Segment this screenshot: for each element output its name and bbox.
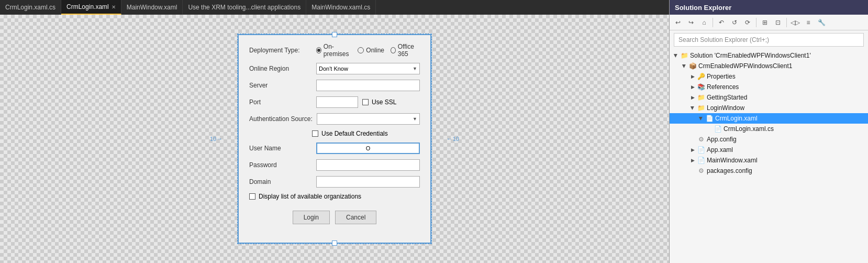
project-label: CrmEnabledWPFWindowsClient1 <box>698 62 792 70</box>
getting-started-icon: 📁 <box>697 93 705 102</box>
server-input[interactable] <box>316 80 420 91</box>
resize-handle-bottom2[interactable] <box>332 240 337 246</box>
tree-properties[interactable]: ▶ 🔑 Properties <box>670 71 868 82</box>
toolbar-forward-btn[interactable]: ↪ <box>685 17 697 28</box>
toolbar-sep1 <box>713 18 713 27</box>
tab-bar: CrmLogin.xaml.cs CrmLogin.xaml ✕ MainWin… <box>0 0 669 15</box>
username-label: User Name <box>249 145 312 152</box>
domain-input[interactable] <box>316 176 420 188</box>
radio-office365[interactable]: Office 365 <box>391 43 420 58</box>
tree-packages-config[interactable]: ▶ ⚙ packages.config <box>670 166 868 176</box>
crm-login-xaml-arrow: ▶ <box>697 114 705 123</box>
tab-xrm-tooling[interactable]: Use the XRM tooling...client application… <box>183 0 306 15</box>
project-icon: 📦 <box>688 62 697 70</box>
online-region-select[interactable]: Don't Know ▼ <box>316 63 420 74</box>
project-arrow: ▶ <box>680 62 688 70</box>
radio-circle-on-premises <box>316 47 321 53</box>
tree-references[interactable]: ▶ 📚 References <box>670 82 868 92</box>
references-arrow: ▶ <box>688 83 697 91</box>
tab-crm-login-cs[interactable]: CrmLogin.xaml.cs <box>0 0 61 15</box>
use-ssl-checkbox[interactable] <box>362 99 369 105</box>
online-region-value: Don't Know <box>319 65 348 72</box>
toolbar-collapse-btn[interactable]: ⊡ <box>772 17 784 28</box>
se-search-box[interactable]: Search Solution Explorer (Ctrl+;) <box>674 33 864 47</box>
tab-close-icon[interactable]: ✕ <box>112 4 116 10</box>
radio-label-online: Online <box>366 47 384 54</box>
toolbar-settings-btn[interactable]: 🔧 <box>816 17 827 28</box>
login-button[interactable]: Login <box>293 211 330 224</box>
tree-crm-login-cs[interactable]: ▶ 📄 CrmLogin.xaml.cs <box>670 124 868 134</box>
tree-crm-login-xaml[interactable]: ▶ 📄 CrmLogin.xaml <box>670 113 868 124</box>
tab-crm-login-xaml[interactable]: CrmLogin.xaml ✕ <box>61 0 121 15</box>
tree-app-xaml[interactable]: ▶ 📄 App.xaml <box>670 145 868 155</box>
display-orgs-checkbox[interactable] <box>249 193 255 200</box>
form-inner: Deployment Type: On-premises Online O <box>239 35 430 240</box>
radio-label-on-premises: On-premises <box>324 43 352 58</box>
login-window-icon: 📁 <box>697 104 705 112</box>
margin-right-indicator: ← 10 <box>447 135 459 143</box>
design-canvas: 10 → ← 10 Deployment Type: On-premises <box>0 15 669 263</box>
use-default-credentials-checkbox[interactable] <box>312 130 318 137</box>
auth-source-select[interactable]: ▼ <box>317 113 420 125</box>
main-window-xaml-arrow: ▶ <box>688 156 697 165</box>
tree-getting-started[interactable]: ▶ 📁 GettingStarted <box>670 92 868 103</box>
tree-project[interactable]: ▶ 📦 CrmEnabledWPFWindowsClient1 <box>670 61 868 71</box>
port-input[interactable] <box>316 96 358 108</box>
toolbar-expand-btn[interactable]: ⊞ <box>759 17 771 28</box>
port-row: Port Use SSL <box>249 96 420 108</box>
main-window-xaml-label: MainWindow.xaml <box>707 157 758 164</box>
online-region-arrow: ▼ <box>413 66 417 71</box>
tree-solution[interactable]: ▶ 📁 Solution 'CrmEnabledWPFWindowsClient… <box>670 50 868 61</box>
tab-main-window-xaml[interactable]: MainWindow.xaml <box>121 0 183 15</box>
packages-config-icon: ⚙ <box>697 167 705 175</box>
use-default-credentials-label: Use Default Credentials <box>321 130 388 137</box>
radio-online[interactable]: Online <box>358 47 384 54</box>
app-config-icon: ⚙ <box>697 135 705 144</box>
tab-label: Use the XRM tooling...client application… <box>188 4 301 11</box>
login-window-arrow: ▶ <box>688 104 697 112</box>
toolbar-reload-btn[interactable]: ⟳ <box>742 17 753 28</box>
solution-label: Solution 'CrmEnabledWPFWindowsClient1' <box>690 52 811 59</box>
toolbar-back-btn[interactable]: ↩ <box>672 17 684 28</box>
getting-started-arrow: ▶ <box>688 93 697 102</box>
solution-explorer-header: Solution Explorer <box>670 0 868 15</box>
app-xaml-icon: 📄 <box>697 146 705 154</box>
toolbar-home-btn[interactable]: ⌂ <box>698 17 710 28</box>
button-row: Login Cancel <box>249 211 420 232</box>
tree-app-config[interactable]: ▶ ⚙ App.config <box>670 134 868 145</box>
radio-circle-online <box>358 47 364 53</box>
toolbar-undo-btn[interactable]: ↶ <box>716 17 727 28</box>
radio-on-premises[interactable]: On-premises <box>316 43 351 58</box>
solution-explorer-title: Solution Explorer <box>675 4 731 12</box>
margin-left-arrow: → <box>216 135 222 143</box>
toolbar-refresh-btn[interactable]: ↺ <box>729 17 740 28</box>
se-tree: ▶ 📁 Solution 'CrmEnabledWPFWindowsClient… <box>670 49 868 263</box>
deployment-type-label: Deployment Type: <box>249 47 312 54</box>
port-label: Port <box>249 98 312 106</box>
margin-right-value: 10 <box>453 136 459 142</box>
cancel-button[interactable]: Cancel <box>335 211 376 224</box>
solution-explorer: Solution Explorer ↩ ↪ ⌂ ↶ ↺ ⟳ ⊞ ⊡ ◁▷ ≡ 🔧… <box>669 0 868 263</box>
resize-handle-top[interactable] <box>332 32 337 37</box>
toolbar-sep3 <box>786 18 787 27</box>
toolbar-properties-btn[interactable]: ≡ <box>803 17 814 28</box>
password-row: Password <box>249 159 420 171</box>
packages-config-label: packages.config <box>707 167 752 174</box>
tab-label: CrmLogin.xaml.cs <box>5 4 55 11</box>
password-input[interactable] <box>316 159 420 171</box>
server-label: Server <box>249 82 312 89</box>
tree-login-window[interactable]: ▶ 📁 LoginWindow <box>670 103 868 113</box>
tree-main-window-xaml[interactable]: ▶ 📄 MainWindow.xaml <box>670 155 868 166</box>
username-input[interactable] <box>316 143 420 154</box>
properties-label: Properties <box>707 73 736 80</box>
solution-arrow: ▶ <box>672 51 680 60</box>
toolbar-filter-btn[interactable]: ◁▷ <box>789 17 801 28</box>
toolbar-sep2 <box>756 18 756 27</box>
display-orgs-row: Display list of available organizations <box>249 193 420 200</box>
tab-main-window-cs[interactable]: MainWindow.xaml.cs <box>306 0 376 15</box>
properties-arrow: ▶ <box>688 72 697 81</box>
server-row: Server <box>249 80 420 91</box>
deployment-type-radios: On-premises Online Office 365 <box>316 43 420 58</box>
crm-login-cs-label: CrmLogin.xaml.cs <box>724 125 774 133</box>
deployment-type-row: Deployment Type: On-premises Online O <box>249 43 420 58</box>
